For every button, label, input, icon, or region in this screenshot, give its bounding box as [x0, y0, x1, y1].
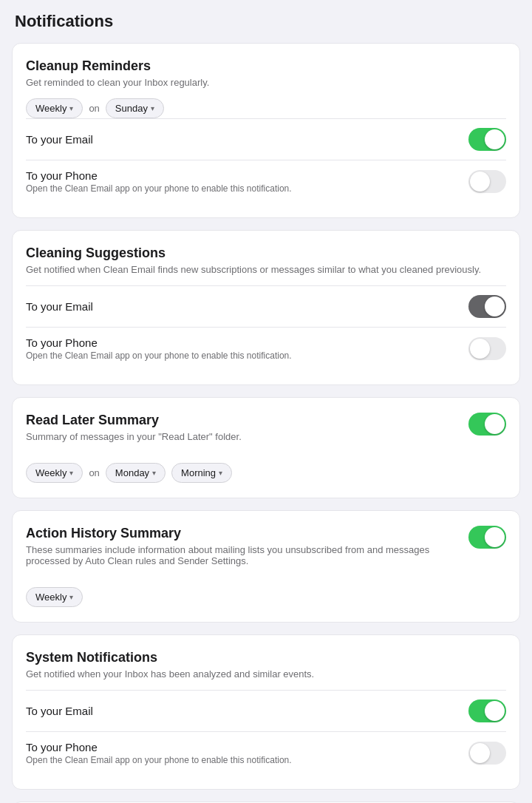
chevron-down-icon: ▾	[219, 469, 222, 477]
card-title-read-later-summary: Read Later Summary	[26, 413, 460, 428]
toggle-row-label-cleaning-suggestions-0: To your Email	[26, 300, 93, 313]
card-read-later-summary: Read Later SummarySummary of messages in…	[12, 397, 520, 498]
toggle-system-notifications-row-1[interactable]	[468, 742, 506, 765]
card-header-read-later-summary: Read Later SummarySummary of messages in…	[26, 413, 506, 453]
pill-row-cleanup-reminders: Weekly▾onSunday▾	[26, 98, 506, 118]
toggle-row-label-wrap-cleaning-suggestions-1: To your PhoneOpen the Clean Email app on…	[26, 336, 292, 361]
chevron-down-icon: ▾	[69, 593, 73, 601]
toggle-row-cleaning-suggestions-0: To your Email	[26, 285, 506, 327]
toggle-row-label-wrap-cleanup-reminders-0: To your Email	[26, 133, 93, 146]
toggle-row-label-wrap-system-notifications-0: To your Email	[26, 705, 93, 717]
pill-separator-read-later-summary-1: on	[89, 467, 99, 478]
card-header-cleaning-suggestions: Cleaning SuggestionsGet notified when Cl…	[26, 245, 506, 275]
card-header-cleanup-reminders: Cleanup RemindersGet reminded to clean y…	[26, 58, 506, 88]
card-action-history-summary: Action History SummaryThese summaries in…	[12, 510, 520, 623]
card-desc-cleaning-suggestions: Get notified when Clean Email finds new …	[26, 264, 506, 275]
pill-cleanup-reminders-1[interactable]: Sunday▾	[106, 98, 164, 118]
pill-action-history-summary-0[interactable]: Weekly▾	[26, 587, 83, 607]
card-system-notifications: System NotificationsGet notified when yo…	[12, 634, 520, 790]
toggle-row-cleanup-reminders-0: To your Email	[26, 118, 506, 160]
card-title-cleaning-suggestions: Cleaning Suggestions	[26, 245, 506, 261]
pill-read-later-summary-2[interactable]: Morning▾	[171, 463, 232, 483]
card-desc-action-history-summary: These summaries include information abou…	[26, 544, 460, 566]
toggle-row-system-notifications-0: To your Email	[26, 690, 506, 731]
toggle-row-label-cleaning-suggestions-1: To your Phone	[26, 336, 292, 349]
pill-label-read-later-summary-0: Weekly	[35, 467, 66, 478]
toggle-row-label-cleanup-reminders-1: To your Phone	[26, 169, 292, 182]
toggle-cleanup-reminders-row-1[interactable]	[468, 170, 506, 193]
chevron-down-icon: ▾	[69, 104, 73, 112]
toggle-row-label-wrap-system-notifications-1: To your PhoneOpen the Clean Email app on…	[26, 741, 292, 765]
pill-read-later-summary-0[interactable]: Weekly▾	[26, 463, 83, 483]
toggle-row-sub-system-notifications-1: Open the Clean Email app on your phone t…	[26, 755, 292, 765]
card-desc-read-later-summary: Summary of messages in your "Read Later"…	[26, 431, 460, 442]
card-title-cleanup-reminders: Cleanup Reminders	[26, 58, 506, 74]
toggle-row-cleaning-suggestions-1: To your PhoneOpen the Clean Email app on…	[26, 327, 506, 370]
page-title: Notifications	[12, 12, 520, 31]
card-header-system-notifications: System NotificationsGet notified when yo…	[26, 650, 506, 680]
pill-row-action-history-summary: Weekly▾	[26, 587, 506, 607]
toggle-cleaning-suggestions-row-1[interactable]	[468, 337, 506, 360]
card-title-action-history-summary: Action History Summary	[26, 526, 460, 541]
toggle-read-later-summary[interactable]	[468, 413, 506, 436]
card-header-action-history-summary: Action History SummaryThese summaries in…	[26, 526, 506, 577]
pill-label-cleanup-reminders-0: Weekly	[35, 103, 66, 114]
card-cleanup-reminders: Cleanup RemindersGet reminded to clean y…	[12, 43, 520, 218]
pill-label-cleanup-reminders-1: Sunday	[115, 103, 148, 114]
pill-label-action-history-summary-0: Weekly	[35, 592, 66, 603]
chevron-down-icon: ▾	[151, 104, 154, 112]
toggle-row-system-notifications-1: To your PhoneOpen the Clean Email app on…	[26, 731, 506, 774]
toggle-row-sub-cleanup-reminders-1: Open the Clean Email app on your phone t…	[26, 183, 292, 194]
pill-separator-cleanup-reminders-1: on	[89, 103, 99, 114]
pill-read-later-summary-1[interactable]: Monday▾	[106, 463, 166, 483]
toggle-row-label-system-notifications-1: To your Phone	[26, 741, 292, 753]
chevron-down-icon: ▾	[69, 469, 73, 477]
toggle-row-label-cleanup-reminders-0: To your Email	[26, 133, 93, 146]
pill-label-read-later-summary-1: Monday	[115, 467, 149, 478]
toggle-action-history-summary[interactable]	[468, 526, 506, 549]
pill-row-read-later-summary: Weekly▾onMonday▾Morning▾	[26, 463, 506, 483]
toggle-row-label-wrap-cleaning-suggestions-0: To your Email	[26, 300, 93, 313]
toggle-row-cleanup-reminders-1: To your PhoneOpen the Clean Email app on…	[26, 160, 506, 203]
toggle-cleanup-reminders-row-0[interactable]	[468, 128, 506, 151]
chevron-down-icon: ▾	[152, 469, 156, 477]
toggle-system-notifications-row-0[interactable]	[468, 699, 506, 722]
toggle-cleaning-suggestions-row-0[interactable]	[468, 295, 506, 318]
card-desc-cleanup-reminders: Get reminded to clean your Inbox regular…	[26, 77, 506, 88]
card-title-system-notifications: System Notifications	[26, 650, 506, 665]
toggle-row-sub-cleaning-suggestions-1: Open the Clean Email app on your phone t…	[26, 350, 292, 361]
pill-label-read-later-summary-2: Morning	[181, 467, 216, 478]
card-desc-system-notifications: Get notified when your Inbox has been an…	[26, 668, 506, 680]
toggle-row-label-wrap-cleanup-reminders-1: To your PhoneOpen the Clean Email app on…	[26, 169, 292, 194]
toggle-row-label-system-notifications-0: To your Email	[26, 705, 93, 717]
pill-cleanup-reminders-0[interactable]: Weekly▾	[26, 98, 83, 118]
card-cleaning-suggestions: Cleaning SuggestionsGet notified when Cl…	[12, 230, 520, 385]
